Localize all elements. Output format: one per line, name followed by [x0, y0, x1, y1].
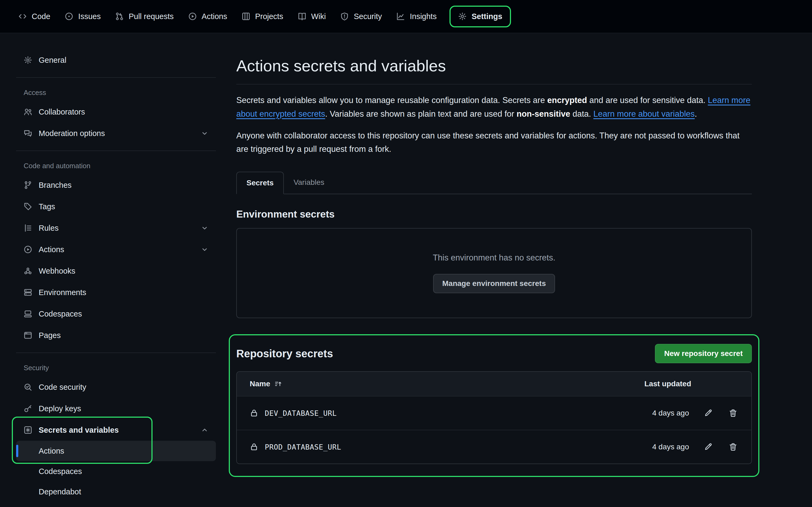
lock-icon: [250, 409, 258, 417]
sidebar-item-label: Secrets and variables: [39, 426, 119, 435]
trash-icon: [729, 443, 738, 451]
delete-secret-button[interactable]: [728, 442, 739, 452]
comment-discussion-icon: [23, 129, 32, 137]
nav-tab-label: Projects: [255, 12, 283, 21]
repo-nav: Code Issues Pull requests Actions Projec…: [0, 0, 812, 33]
manage-environment-secrets-button[interactable]: Manage environment secrets: [433, 274, 555, 293]
sidebar-section-code-and-automation: Code and automation: [16, 158, 216, 174]
sidebar-item-webhooks[interactable]: Webhooks: [16, 260, 216, 282]
settings-content: Actions secrets and variables Secrets an…: [228, 33, 812, 477]
sort-ascending-icon: [274, 380, 282, 388]
shield-icon: [340, 12, 349, 21]
environment-secrets-heading: Environment secrets: [236, 209, 752, 220]
asterisk-box-icon: [23, 426, 32, 434]
sidebar-item-pages[interactable]: Pages: [16, 325, 216, 346]
nav-tab-actions[interactable]: Actions: [183, 8, 233, 25]
nav-tab-label: Actions: [202, 12, 227, 21]
sidebar-item-label: Moderation options: [39, 129, 105, 138]
webhook-icon: [23, 267, 32, 275]
repository-secrets-table: Name Last updated DEV_DATABASE_URL 4 day…: [236, 371, 752, 464]
sidebar-item-general[interactable]: General: [16, 49, 216, 71]
nav-tab-code[interactable]: Code: [13, 8, 56, 25]
sidebar-item-label: Branches: [39, 181, 72, 190]
chevron-down-icon: [201, 246, 208, 253]
empty-message: This environment has no secrets.: [433, 253, 556, 263]
graph-icon: [396, 12, 405, 21]
sidebar-subitem-codespaces[interactable]: Codespaces: [16, 461, 216, 482]
sidebar-item-label: Actions: [39, 245, 64, 254]
play-circle-icon: [23, 245, 32, 254]
secret-name: DEV_DATABASE_URL: [265, 409, 337, 417]
sidebar-subitem-actions[interactable]: Actions: [16, 441, 216, 461]
sidebar-item-label: Code security: [39, 383, 86, 392]
nav-tab-projects[interactable]: Projects: [236, 8, 289, 25]
environment-secrets-empty-state: This environment has no secrets. Manage …: [236, 228, 752, 318]
repo-nav-tabs: Code Issues Pull requests Actions Projec…: [13, 6, 511, 27]
column-header-last-updated: Last updated: [645, 380, 691, 388]
people-icon: [23, 108, 32, 116]
nav-tab-settings[interactable]: Settings: [450, 6, 511, 27]
trash-icon: [729, 409, 738, 417]
sidebar-item-tags[interactable]: Tags: [16, 196, 216, 217]
column-header-name[interactable]: Name: [250, 380, 282, 388]
new-repository-secret-button[interactable]: New repository secret: [655, 344, 752, 363]
nav-tab-label: Settings: [471, 12, 502, 21]
edit-secret-button[interactable]: [703, 442, 714, 452]
delete-secret-button[interactable]: [728, 408, 739, 418]
intro-bold-encrypted: encrypted: [547, 96, 587, 105]
sidebar-item-branches[interactable]: Branches: [16, 174, 216, 196]
intro-text: Secrets and variables allow you to manag…: [236, 96, 547, 105]
nav-tab-pull-requests[interactable]: Pull requests: [110, 8, 179, 25]
sidebar-item-actions[interactable]: Actions: [16, 239, 216, 260]
intro-bold-non-sensitive: non-sensitive: [517, 109, 570, 119]
sidebar-item-code-security[interactable]: Code security: [16, 376, 216, 398]
secret-row: DEV_DATABASE_URL 4 days ago: [237, 396, 751, 430]
page-title: Actions secrets and variables: [236, 56, 752, 76]
nav-tab-insights[interactable]: Insights: [391, 8, 442, 25]
sidebar-item-deploy-keys[interactable]: Deploy keys: [16, 398, 216, 419]
column-header-label: Name: [250, 380, 270, 388]
tab-variables[interactable]: Variables: [284, 172, 334, 194]
sidebar-item-moderation-options[interactable]: Moderation options: [16, 123, 216, 144]
sidebar-item-collaborators[interactable]: Collaborators: [16, 101, 216, 123]
nav-tab-wiki[interactable]: Wiki: [292, 8, 332, 25]
sidebar-item-label: Codespaces: [39, 309, 82, 319]
intro-text: . Variables are shown as plain text and …: [325, 109, 517, 119]
sidebar-item-secrets-and-variables[interactable]: Secrets and variables: [16, 419, 216, 441]
sidebar-subitem-label: Codespaces: [39, 467, 82, 476]
rules-icon: [23, 224, 32, 232]
sidebar-subitem-dependabot[interactable]: Dependabot: [16, 482, 216, 502]
lock-icon: [250, 443, 258, 451]
edit-secret-button[interactable]: [703, 408, 714, 418]
sidebar-subitem-label: Dependabot: [39, 488, 81, 496]
environments-icon: [23, 288, 32, 297]
sidebar-item-label: General: [39, 56, 66, 65]
sidebar-section-security: Security: [16, 359, 216, 376]
secret-last-updated: 4 days ago: [652, 443, 689, 451]
sidebar-item-label: Rules: [39, 224, 58, 233]
pencil-icon: [704, 409, 713, 417]
tag-icon: [23, 202, 32, 211]
nav-tab-label: Insights: [410, 12, 437, 21]
nav-tab-security[interactable]: Security: [335, 8, 387, 25]
sidebar-item-label: Deploy keys: [39, 404, 81, 413]
sidebar-item-environments[interactable]: Environments: [16, 282, 216, 303]
variables-link[interactable]: Learn more about variables: [594, 109, 695, 119]
settings-sidebar: General Access Collaborators Moderation …: [0, 33, 228, 502]
sidebar-item-codespaces[interactable]: Codespaces: [16, 303, 216, 325]
intro-text: data.: [570, 109, 594, 119]
repository-secrets-header: Repository secrets New repository secret: [236, 344, 752, 363]
pencil-icon: [704, 443, 713, 451]
repository-secrets-heading: Repository secrets: [236, 348, 333, 360]
sidebar-divider: [16, 77, 216, 78]
tab-secrets[interactable]: Secrets: [236, 172, 284, 194]
collaborator-note: Anyone with collaborator access to this …: [236, 129, 752, 156]
sidebar-item-label: Environments: [39, 288, 86, 297]
sidebar-divider: [16, 352, 216, 353]
sidebar-item-rules[interactable]: Rules: [16, 217, 216, 239]
secret-row: PROD_DATABASE_URL 4 days ago: [237, 430, 751, 463]
nav-tab-issues[interactable]: Issues: [59, 8, 106, 25]
codespaces-icon: [23, 309, 32, 318]
secret-row-meta-cell: 4 days ago: [652, 408, 739, 418]
intro-paragraph: Secrets and variables allow you to manag…: [236, 94, 752, 121]
